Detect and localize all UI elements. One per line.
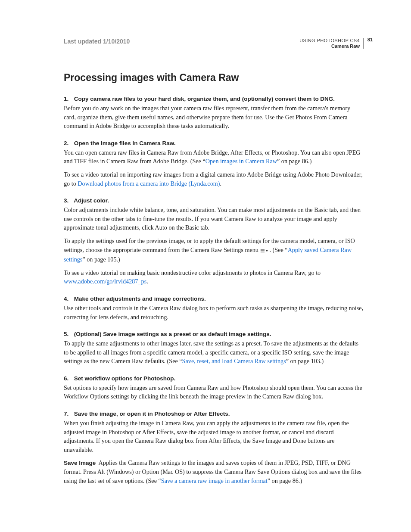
last-updated: Last updated 1/10/2010 xyxy=(64,38,130,45)
step-5-body: To apply the same adjustments to other i… xyxy=(64,339,364,366)
link-save-another-format[interactable]: Save a camera raw image in another forma… xyxy=(161,477,268,484)
step-3-body-1: Color adjustments include white balance,… xyxy=(64,205,364,232)
link-video-tutorial[interactable]: www.adobe.com/go/lrvid4287_ps xyxy=(64,278,146,285)
step-number: 2. xyxy=(64,140,72,146)
step-title: (Optional) Save image settings as a pres… xyxy=(74,331,271,337)
text: ” on page 103.) xyxy=(286,358,324,364)
step-number: 3. xyxy=(64,197,72,204)
step-7-heading: 7. Save the image, or open it in Photosh… xyxy=(64,411,364,417)
page-title: Processing images with Camera Raw xyxy=(64,72,364,84)
header-right: USING PHOTOSHOP CS4 Camera Raw 81 xyxy=(299,38,364,49)
step-title: Copy camera raw files to your hard disk,… xyxy=(74,96,335,102)
page-header: Last updated 1/10/2010 USING PHOTOSHOP C… xyxy=(64,38,364,49)
text: To see a video tutorial on making basic … xyxy=(64,269,321,276)
step-number: 7. xyxy=(64,411,72,417)
text: . xyxy=(220,180,222,187)
text: ” on page 105.) xyxy=(82,256,120,263)
svg-point-4 xyxy=(261,250,261,251)
step-6-body: Set options to specify how images are sa… xyxy=(64,383,364,401)
link-save-reset-load[interactable]: Save, reset, and load Camera Raw setting… xyxy=(182,358,286,364)
save-image-runin: Save Image xyxy=(64,460,96,466)
link-open-images[interactable]: Open images in Camera Raw xyxy=(206,158,277,165)
svg-point-5 xyxy=(261,252,261,252)
step-1-body: Before you do any work on the images tha… xyxy=(64,104,364,131)
step-number: 4. xyxy=(64,296,72,302)
step-6-heading: 6. Set workflow options for Photoshop. xyxy=(64,375,364,382)
step-7-body-2: Save Image Applies the Camera Raw settin… xyxy=(64,458,364,485)
step-2-body-2: To see a video tutorial on importing raw… xyxy=(64,170,364,188)
link-download-photos[interactable]: Download photos from a camera into Bridg… xyxy=(78,180,220,187)
step-3-heading: 3. Adjust color. xyxy=(64,197,364,204)
step-title: Open the image files in Camera Raw. xyxy=(74,140,176,146)
page: Last updated 1/10/2010 USING PHOTOSHOP C… xyxy=(0,0,411,532)
section-name: Camera Raw xyxy=(299,44,360,49)
step-title: Set workflow options for Photoshop. xyxy=(74,375,176,382)
step-title: Save the image, or open it in Photoshop … xyxy=(74,411,230,417)
step-number: 6. xyxy=(64,375,72,382)
step-1-heading: 1. Copy camera raw files to your hard di… xyxy=(64,96,364,102)
text: ” on page 86.) xyxy=(268,477,302,484)
settings-menu-icon xyxy=(261,246,268,255)
text: . xyxy=(146,278,148,285)
step-number: 1. xyxy=(64,96,72,102)
page-number: 81 xyxy=(367,37,373,42)
step-7-body-1: When you finish adjusting the image in C… xyxy=(64,419,364,454)
svg-point-3 xyxy=(261,249,261,249)
step-title: Adjust color. xyxy=(74,197,109,204)
step-number: 5. xyxy=(64,331,72,337)
step-3-body-2: To apply the settings used for the previ… xyxy=(64,236,364,264)
text: . (See “ xyxy=(269,246,287,253)
step-2-heading: 2. Open the image files in Camera Raw. xyxy=(64,140,364,146)
step-3-body-3: To see a video tutorial on making basic … xyxy=(64,268,364,286)
step-title: Make other adjustments and image correct… xyxy=(74,296,206,302)
step-2-body-1: You can open camera raw files in Camera … xyxy=(64,148,364,166)
step-5-heading: 5. (Optional) Save image settings as a p… xyxy=(64,331,364,337)
doc-title: USING PHOTOSHOP CS4 xyxy=(299,38,360,43)
step-4-heading: 4. Make other adjustments and image corr… xyxy=(64,296,364,302)
text: ” on page 86.) xyxy=(277,158,311,165)
step-4-body: Use other tools and controls in the Came… xyxy=(64,304,364,321)
